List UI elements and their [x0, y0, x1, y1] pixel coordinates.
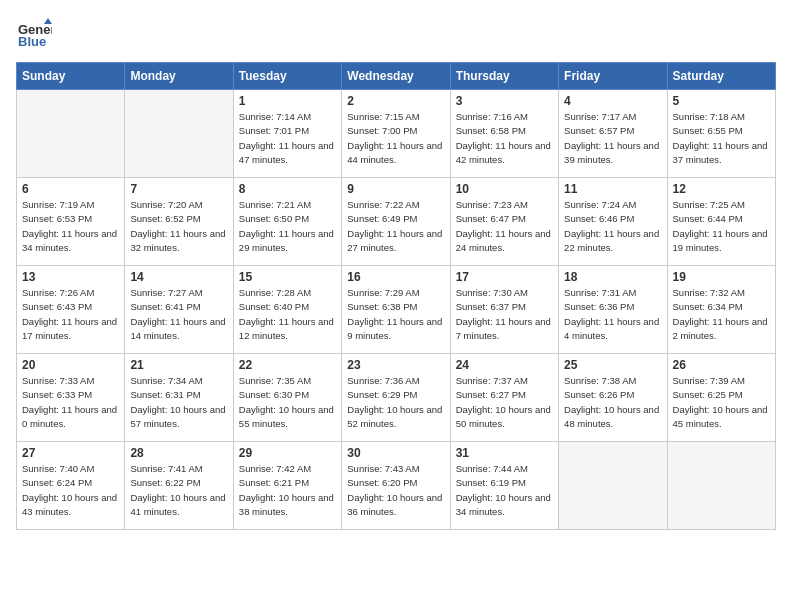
calendar-cell: 2Sunrise: 7:15 AM Sunset: 7:00 PM Daylig… [342, 90, 450, 178]
calendar-cell: 13Sunrise: 7:26 AM Sunset: 6:43 PM Dayli… [17, 266, 125, 354]
day-number: 25 [564, 358, 661, 372]
calendar-cell [17, 90, 125, 178]
day-number: 22 [239, 358, 336, 372]
weekday-header-tuesday: Tuesday [233, 63, 341, 90]
day-number: 16 [347, 270, 444, 284]
day-number: 6 [22, 182, 119, 196]
weekday-header-row: SundayMondayTuesdayWednesdayThursdayFrid… [17, 63, 776, 90]
day-info: Sunrise: 7:28 AM Sunset: 6:40 PM Dayligh… [239, 286, 336, 343]
day-info: Sunrise: 7:31 AM Sunset: 6:36 PM Dayligh… [564, 286, 661, 343]
day-info: Sunrise: 7:14 AM Sunset: 7:01 PM Dayligh… [239, 110, 336, 167]
day-number: 31 [456, 446, 553, 460]
day-number: 17 [456, 270, 553, 284]
logo: General Blue [16, 16, 56, 52]
calendar-cell: 16Sunrise: 7:29 AM Sunset: 6:38 PM Dayli… [342, 266, 450, 354]
calendar-cell: 5Sunrise: 7:18 AM Sunset: 6:55 PM Daylig… [667, 90, 775, 178]
calendar-cell: 10Sunrise: 7:23 AM Sunset: 6:47 PM Dayli… [450, 178, 558, 266]
calendar-week-2: 6Sunrise: 7:19 AM Sunset: 6:53 PM Daylig… [17, 178, 776, 266]
day-info: Sunrise: 7:30 AM Sunset: 6:37 PM Dayligh… [456, 286, 553, 343]
day-number: 29 [239, 446, 336, 460]
calendar-body: 1Sunrise: 7:14 AM Sunset: 7:01 PM Daylig… [17, 90, 776, 530]
logo-icon: General Blue [16, 16, 52, 52]
calendar-cell: 23Sunrise: 7:36 AM Sunset: 6:29 PM Dayli… [342, 354, 450, 442]
day-info: Sunrise: 7:16 AM Sunset: 6:58 PM Dayligh… [456, 110, 553, 167]
day-number: 10 [456, 182, 553, 196]
page-header: General Blue [16, 16, 776, 52]
day-info: Sunrise: 7:21 AM Sunset: 6:50 PM Dayligh… [239, 198, 336, 255]
calendar-cell: 17Sunrise: 7:30 AM Sunset: 6:37 PM Dayli… [450, 266, 558, 354]
calendar-cell: 15Sunrise: 7:28 AM Sunset: 6:40 PM Dayli… [233, 266, 341, 354]
calendar-cell: 19Sunrise: 7:32 AM Sunset: 6:34 PM Dayli… [667, 266, 775, 354]
day-info: Sunrise: 7:18 AM Sunset: 6:55 PM Dayligh… [673, 110, 770, 167]
day-info: Sunrise: 7:40 AM Sunset: 6:24 PM Dayligh… [22, 462, 119, 519]
calendar-cell: 8Sunrise: 7:21 AM Sunset: 6:50 PM Daylig… [233, 178, 341, 266]
day-number: 11 [564, 182, 661, 196]
calendar-cell: 30Sunrise: 7:43 AM Sunset: 6:20 PM Dayli… [342, 442, 450, 530]
day-info: Sunrise: 7:38 AM Sunset: 6:26 PM Dayligh… [564, 374, 661, 431]
day-info: Sunrise: 7:29 AM Sunset: 6:38 PM Dayligh… [347, 286, 444, 343]
day-info: Sunrise: 7:15 AM Sunset: 7:00 PM Dayligh… [347, 110, 444, 167]
calendar-cell: 28Sunrise: 7:41 AM Sunset: 6:22 PM Dayli… [125, 442, 233, 530]
svg-text:Blue: Blue [18, 34, 46, 49]
day-number: 8 [239, 182, 336, 196]
calendar-week-3: 13Sunrise: 7:26 AM Sunset: 6:43 PM Dayli… [17, 266, 776, 354]
svg-marker-2 [44, 18, 52, 24]
weekday-header-wednesday: Wednesday [342, 63, 450, 90]
calendar-week-5: 27Sunrise: 7:40 AM Sunset: 6:24 PM Dayli… [17, 442, 776, 530]
calendar-cell: 18Sunrise: 7:31 AM Sunset: 6:36 PM Dayli… [559, 266, 667, 354]
day-info: Sunrise: 7:44 AM Sunset: 6:19 PM Dayligh… [456, 462, 553, 519]
calendar-cell: 4Sunrise: 7:17 AM Sunset: 6:57 PM Daylig… [559, 90, 667, 178]
calendar-cell: 7Sunrise: 7:20 AM Sunset: 6:52 PM Daylig… [125, 178, 233, 266]
calendar-cell: 9Sunrise: 7:22 AM Sunset: 6:49 PM Daylig… [342, 178, 450, 266]
calendar-cell [559, 442, 667, 530]
calendar-cell: 22Sunrise: 7:35 AM Sunset: 6:30 PM Dayli… [233, 354, 341, 442]
day-number: 1 [239, 94, 336, 108]
day-number: 26 [673, 358, 770, 372]
day-number: 23 [347, 358, 444, 372]
calendar-cell: 24Sunrise: 7:37 AM Sunset: 6:27 PM Dayli… [450, 354, 558, 442]
calendar-cell: 14Sunrise: 7:27 AM Sunset: 6:41 PM Dayli… [125, 266, 233, 354]
day-info: Sunrise: 7:34 AM Sunset: 6:31 PM Dayligh… [130, 374, 227, 431]
day-number: 2 [347, 94, 444, 108]
weekday-header-friday: Friday [559, 63, 667, 90]
calendar-cell [667, 442, 775, 530]
day-info: Sunrise: 7:19 AM Sunset: 6:53 PM Dayligh… [22, 198, 119, 255]
day-info: Sunrise: 7:17 AM Sunset: 6:57 PM Dayligh… [564, 110, 661, 167]
calendar-week-4: 20Sunrise: 7:33 AM Sunset: 6:33 PM Dayli… [17, 354, 776, 442]
day-number: 9 [347, 182, 444, 196]
day-number: 18 [564, 270, 661, 284]
day-number: 15 [239, 270, 336, 284]
day-number: 3 [456, 94, 553, 108]
day-number: 30 [347, 446, 444, 460]
calendar-cell: 1Sunrise: 7:14 AM Sunset: 7:01 PM Daylig… [233, 90, 341, 178]
day-number: 7 [130, 182, 227, 196]
day-info: Sunrise: 7:22 AM Sunset: 6:49 PM Dayligh… [347, 198, 444, 255]
calendar-cell: 31Sunrise: 7:44 AM Sunset: 6:19 PM Dayli… [450, 442, 558, 530]
day-info: Sunrise: 7:35 AM Sunset: 6:30 PM Dayligh… [239, 374, 336, 431]
calendar-cell: 3Sunrise: 7:16 AM Sunset: 6:58 PM Daylig… [450, 90, 558, 178]
calendar-cell: 25Sunrise: 7:38 AM Sunset: 6:26 PM Dayli… [559, 354, 667, 442]
day-info: Sunrise: 7:25 AM Sunset: 6:44 PM Dayligh… [673, 198, 770, 255]
calendar-cell: 27Sunrise: 7:40 AM Sunset: 6:24 PM Dayli… [17, 442, 125, 530]
day-info: Sunrise: 7:36 AM Sunset: 6:29 PM Dayligh… [347, 374, 444, 431]
calendar-week-1: 1Sunrise: 7:14 AM Sunset: 7:01 PM Daylig… [17, 90, 776, 178]
calendar-cell: 21Sunrise: 7:34 AM Sunset: 6:31 PM Dayli… [125, 354, 233, 442]
day-info: Sunrise: 7:41 AM Sunset: 6:22 PM Dayligh… [130, 462, 227, 519]
calendar-cell [125, 90, 233, 178]
day-info: Sunrise: 7:27 AM Sunset: 6:41 PM Dayligh… [130, 286, 227, 343]
day-info: Sunrise: 7:32 AM Sunset: 6:34 PM Dayligh… [673, 286, 770, 343]
day-info: Sunrise: 7:26 AM Sunset: 6:43 PM Dayligh… [22, 286, 119, 343]
day-info: Sunrise: 7:33 AM Sunset: 6:33 PM Dayligh… [22, 374, 119, 431]
day-number: 19 [673, 270, 770, 284]
calendar-cell: 29Sunrise: 7:42 AM Sunset: 6:21 PM Dayli… [233, 442, 341, 530]
calendar-cell: 12Sunrise: 7:25 AM Sunset: 6:44 PM Dayli… [667, 178, 775, 266]
day-number: 13 [22, 270, 119, 284]
day-info: Sunrise: 7:42 AM Sunset: 6:21 PM Dayligh… [239, 462, 336, 519]
calendar-cell: 20Sunrise: 7:33 AM Sunset: 6:33 PM Dayli… [17, 354, 125, 442]
day-number: 24 [456, 358, 553, 372]
day-number: 27 [22, 446, 119, 460]
day-number: 14 [130, 270, 227, 284]
weekday-header-saturday: Saturday [667, 63, 775, 90]
calendar-header: SundayMondayTuesdayWednesdayThursdayFrid… [17, 63, 776, 90]
day-number: 12 [673, 182, 770, 196]
